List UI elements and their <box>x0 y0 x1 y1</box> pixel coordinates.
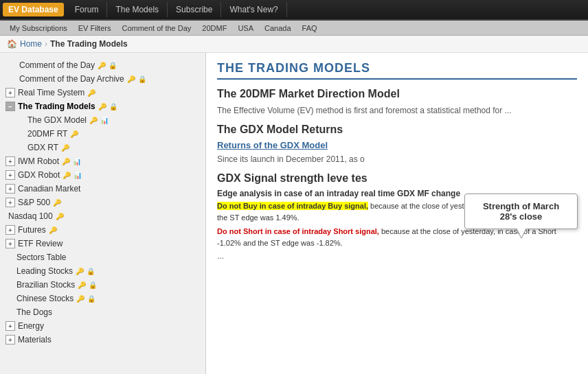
canadian-market-label: Canadian Market <box>18 184 80 194</box>
key-icon2: 🔒 <box>109 62 117 69</box>
expand-icon-materials[interactable]: + <box>5 335 15 344</box>
key-icon17: 🔑 <box>76 295 84 303</box>
section3-title: GDX Signal strength leve tes <box>217 172 577 185</box>
nav-faq[interactable]: FAQ <box>297 23 323 34</box>
breadcrumb-current: The Trading Models <box>50 39 128 49</box>
sidebar-item-etf-review[interactable]: + ETF Review <box>0 237 205 250</box>
section2-subtitle: Returns of the GDX Model <box>217 140 577 150</box>
key-icon13: 🔑 <box>56 213 64 220</box>
nav-usa[interactable]: USA <box>232 23 259 34</box>
nav-comment-of-day[interactable]: Comment of the Day <box>116 23 196 34</box>
lock-icon4: 🔒 <box>87 295 95 303</box>
sidebar-item-gdx-model[interactable]: The GDX Model 🔑 📊 <box>0 113 205 127</box>
sp500-label: S&P 500 <box>18 198 50 207</box>
section1-title: The 20DMF Market Direction Model <box>217 88 577 100</box>
expand-icon-iwm[interactable]: + <box>5 156 15 166</box>
key-icon14: 🔑 <box>49 226 57 234</box>
lock-icon3: 🔒 <box>89 281 97 289</box>
sidebar-item-nasdaq100[interactable]: Nasdaq 100 🔑 <box>0 209 205 223</box>
sidebar-item-sectors-table[interactable]: Sectors Table <box>0 250 205 264</box>
breadcrumb-home[interactable]: Home <box>20 39 42 49</box>
sidebar-item-comment-of-day[interactable]: Comment of the Day 🔑 🔒 <box>0 58 205 72</box>
key-icon10: 🔑 <box>62 158 70 165</box>
section2-text: Since its launch in December 2011, as o <box>217 153 577 165</box>
home-icon: 🏠 <box>7 39 17 49</box>
key-icon8: 🔑 <box>70 130 78 138</box>
main-layout: Comment of the Day 🔑 🔒 Comment of the Da… <box>0 53 588 374</box>
materials-label: Materials <box>18 335 52 344</box>
sidebar-item-sp500[interactable]: + S&P 500 🔑 <box>0 196 205 209</box>
section1-text: The Effective Volume (EV) method is firs… <box>217 104 577 117</box>
lock-icon: 🔒 <box>138 75 146 83</box>
key-icon: 🔑 <box>98 62 106 69</box>
tooltip-box: Strength of March 28's close <box>464 194 578 229</box>
sidebar-item-leading-stocks[interactable]: Leading Stocks 🔑 🔒 <box>0 264 205 278</box>
top-navigation: EV Database Forum The Models Subscribe W… <box>0 0 588 21</box>
ev-database-logo[interactable]: EV Database <box>3 3 64 16</box>
20dmf-rt-label: 20DMF RT <box>27 129 67 139</box>
gdx-robot-label: GDX Robot <box>18 170 60 180</box>
sidebar-item-energy[interactable]: + Energy <box>0 319 205 333</box>
chart-icon2: 📊 <box>73 158 81 165</box>
chart-icon: 📊 <box>100 117 109 124</box>
lock-icon2: 🔒 <box>87 268 95 275</box>
sidebar: Comment of the Day 🔑 🔒 Comment of the Da… <box>0 53 206 374</box>
comment-archive-label: Comment of the Day Archive <box>19 74 124 84</box>
gdx-rt-label: GDX RT <box>27 143 58 152</box>
nav-subscribe[interactable]: Subscribe <box>168 2 221 17</box>
key-icon9: 🔑 <box>61 144 69 152</box>
brazilian-stocks-label: Brazilian Stocks <box>16 280 75 290</box>
key-icon15: 🔑 <box>76 268 84 275</box>
expand-icon-sp500[interactable]: + <box>5 198 15 207</box>
trading-models-label: The Trading Models <box>18 102 95 111</box>
sidebar-item-materials[interactable]: + Materials <box>0 333 205 347</box>
iwm-robot-label: IWM Robot <box>18 156 59 166</box>
content-area: THE TRADING MODELS The 20DMF Market Dire… <box>206 53 588 374</box>
sidebar-item-iwm-robot[interactable]: + IWM Robot 🔑 📊 <box>0 154 205 168</box>
nav-my-subscriptions[interactable]: My Subscriptions <box>4 23 73 34</box>
nav-canada[interactable]: Canada <box>259 23 297 34</box>
gdx-model-label: The GDX Model <box>27 115 87 125</box>
key-icon4: 🔑 <box>87 89 95 97</box>
key-icon12: 🔑 <box>53 199 61 207</box>
sidebar-item-chinese-stocks[interactable]: Chinese Stocks 🔑 🔒 <box>0 292 205 305</box>
key-icon11: 🔑 <box>63 172 71 179</box>
signal1-highlight: Do not Buy in case of intraday Buy signa… <box>217 202 368 210</box>
signal2-highlight: Do not Short in case of intraday Short s… <box>217 227 379 235</box>
key-icon7: 🔑 <box>89 117 98 124</box>
sidebar-item-futures[interactable]: + Futures 🔑 <box>0 223 205 237</box>
nav-whats-new[interactable]: What's New? <box>221 2 286 17</box>
sidebar-item-brazilian-stocks[interactable]: Brazilian Stocks 🔑 🔒 <box>0 278 205 292</box>
expand-icon-gdx-robot[interactable]: + <box>5 170 15 180</box>
key-icon6: 🔒 <box>109 103 117 110</box>
expand-icon-tm[interactable]: − <box>5 102 15 111</box>
sectors-table-label: Sectors Table <box>16 253 67 262</box>
expand-icon-etf[interactable]: + <box>5 239 15 248</box>
nasdaq100-label: Nasdaq 100 <box>8 211 53 221</box>
key-icon5: 🔑 <box>98 103 106 110</box>
sidebar-item-gdx-rt[interactable]: GDX RT 🔑 <box>0 141 205 154</box>
key-icon16: 🔑 <box>78 281 86 289</box>
energy-label: Energy <box>18 321 44 331</box>
sidebar-item-trading-models[interactable]: − The Trading Models 🔑 🔒 <box>0 100 205 113</box>
sidebar-item-the-dogs[interactable]: The Dogs <box>0 305 205 319</box>
nav-20dmf[interactable]: 20DMF <box>196 23 232 34</box>
breadcrumb-separator: › <box>45 39 47 49</box>
second-navigation: My Subscriptions EV Filters Comment of t… <box>0 21 588 36</box>
sidebar-item-gdx-robot[interactable]: + GDX Robot 🔑 📊 <box>0 168 205 182</box>
expand-icon-canadian[interactable]: + <box>5 184 15 194</box>
nav-ev-filters[interactable]: EV Filters <box>73 23 117 34</box>
sidebar-item-comment-archive[interactable]: Comment of the Day Archive 🔑 🔒 <box>0 72 205 86</box>
expand-icon-rts[interactable]: + <box>5 88 15 97</box>
section2-title: The GDX Model Returns <box>217 124 577 136</box>
futures-label: Futures <box>18 225 46 235</box>
sidebar-item-real-time-system[interactable]: + Real Time System 🔑 <box>0 86 205 100</box>
expand-icon-energy[interactable]: + <box>5 321 15 331</box>
tooltip-text: Strength of March 28's close <box>483 201 559 222</box>
expand-icon-futures[interactable]: + <box>5 225 15 235</box>
nav-forum[interactable]: Forum <box>67 2 108 17</box>
sidebar-item-canadian-market[interactable]: + Canadian Market <box>0 182 205 196</box>
sidebar-item-20dmf-rt[interactable]: 20DMF RT 🔑 <box>0 127 205 141</box>
tooltip-arrow-inner <box>517 228 526 237</box>
nav-models[interactable]: The Models <box>107 2 168 17</box>
